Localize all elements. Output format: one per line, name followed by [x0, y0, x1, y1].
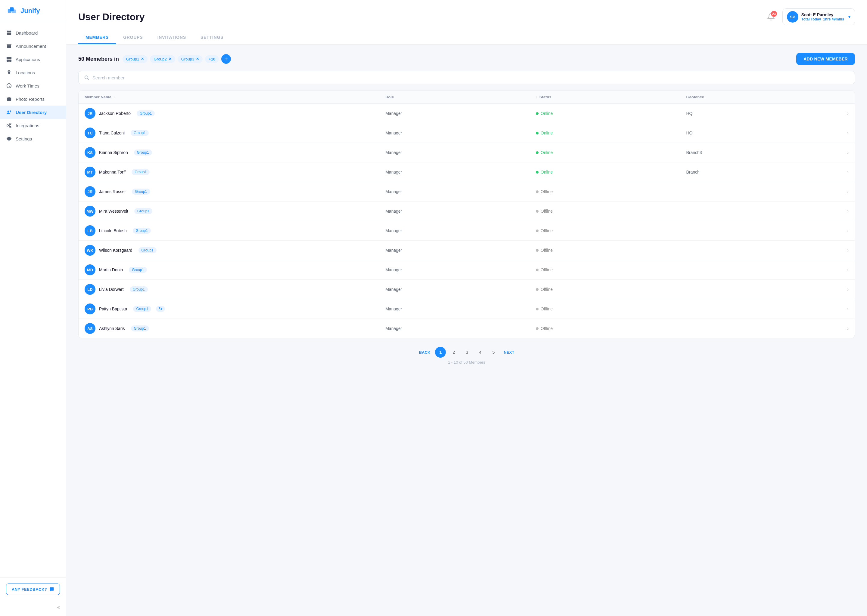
feedback-section: ANY FEEDBACK?: [0, 577, 66, 601]
more-groups-button[interactable]: +10: [205, 55, 219, 63]
row-chevron-icon[interactable]: ›: [837, 267, 849, 272]
table-row[interactable]: KS Kianna Siphron Group1 Manager Online …: [79, 143, 854, 162]
sidebar-item-photo-reports-label: Photo Reports: [16, 97, 44, 102]
row-chevron-icon[interactable]: ›: [837, 111, 849, 116]
announcement-icon: [6, 43, 12, 49]
chevron-down-icon: ▾: [848, 14, 850, 19]
status-dot-icon: [536, 269, 539, 271]
table-body: JR Jackson Roberto Group1 Manager Online…: [79, 104, 854, 338]
sidebar-item-integrations[interactable]: Integrations: [0, 119, 66, 132]
status-cell: Offline: [536, 267, 686, 272]
main-header: User Directory 23 SP Scott E Parmley Tot…: [66, 0, 867, 44]
tab-members[interactable]: MEMBERS: [78, 31, 116, 44]
pagination-next[interactable]: NEXT: [501, 347, 517, 358]
tab-groups[interactable]: GROUPS: [116, 31, 150, 44]
photo-icon: [6, 96, 12, 102]
row-chevron-icon[interactable]: ›: [837, 306, 849, 312]
row-chevron-icon[interactable]: ›: [837, 150, 849, 155]
status-cell: Online: [536, 150, 686, 155]
svg-rect-10: [9, 60, 11, 62]
status-dot-icon: [536, 151, 539, 154]
remove-group3-icon[interactable]: ✕: [196, 57, 199, 61]
row-chevron-icon[interactable]: ›: [837, 248, 849, 253]
svg-rect-8: [9, 57, 11, 59]
group-tag-1[interactable]: Group1 ✕: [123, 55, 148, 63]
sidebar-item-dashboard[interactable]: Dashboard: [0, 26, 66, 39]
table-row[interactable]: JR James Rosser Group1 Manager Offline ›: [79, 182, 854, 201]
row-chevron-icon[interactable]: ›: [837, 326, 849, 331]
svg-rect-7: [6, 57, 9, 59]
sidebar-item-applications-label: Applications: [16, 57, 40, 62]
status-label: Online: [541, 130, 553, 135]
member-name: Lincoln Botosh: [99, 228, 127, 233]
sidebar-item-photo-reports[interactable]: Photo Reports: [0, 92, 66, 105]
table-row[interactable]: TC Tiana Calzoni Group1 Manager Online H…: [79, 123, 854, 143]
table-row[interactable]: AS Ashlynn Saris Group1 Manager Offline …: [79, 319, 854, 338]
row-chevron-icon[interactable]: ›: [837, 209, 849, 214]
role-cell: Manager: [385, 189, 536, 194]
user-card[interactable]: SP Scott E Parmley Total Today 1hrs 49mi…: [782, 8, 855, 25]
member-name: Martin Donin: [99, 267, 123, 272]
feedback-button[interactable]: ANY FEEDBACK?: [6, 583, 60, 595]
notification-bell[interactable]: 23: [765, 10, 777, 24]
member-name: Ashlynn Saris: [99, 326, 125, 331]
time-label: Total Today: [801, 17, 821, 21]
group-tag-3[interactable]: Group3 ✕: [178, 55, 203, 63]
pagination-page-4[interactable]: 4: [475, 347, 486, 358]
settings-icon: [6, 136, 12, 141]
status-dot-icon: [536, 288, 539, 291]
sidebar-item-integrations-label: Integrations: [16, 123, 39, 128]
table-row[interactable]: MD Martin Donin Group1 Manager Offline ›: [79, 260, 854, 280]
group-tag-2[interactable]: Group2 ✕: [150, 55, 175, 63]
sidebar-item-announcement-label: Announcement: [16, 44, 46, 49]
table-row[interactable]: MT Makenna Torff Group1 Manager Online B…: [79, 162, 854, 182]
member-cell: MD Martin Donin Group1: [85, 264, 385, 275]
svg-rect-5: [7, 33, 9, 35]
pagination-page-1[interactable]: 1: [435, 347, 446, 358]
avatar: WK: [85, 245, 95, 256]
sidebar-item-user-directory[interactable]: User Directory: [0, 105, 66, 119]
pagination-page-5[interactable]: 5: [488, 347, 499, 358]
status-dot-icon: [536, 249, 539, 252]
pagination-back[interactable]: BACK: [417, 347, 433, 358]
sidebar-item-settings-label: Settings: [16, 136, 32, 141]
svg-rect-4: [9, 31, 11, 33]
pagination-page-3[interactable]: 3: [462, 347, 472, 358]
status-dot-icon: [536, 112, 539, 115]
pagination-page-2[interactable]: 2: [448, 347, 459, 358]
table-row[interactable]: MW Mira Westervelt Group1 Manager Offlin…: [79, 201, 854, 221]
tab-invitations[interactable]: INVITATIONS: [150, 31, 193, 44]
table-row[interactable]: JR Jackson Roberto Group1 Manager Online…: [79, 104, 854, 123]
add-member-button[interactable]: ADD NEW MEMEBER: [796, 53, 855, 65]
row-chevron-icon[interactable]: ›: [837, 287, 849, 292]
remove-group1-icon[interactable]: ✕: [141, 57, 144, 61]
avatar: LD: [85, 284, 95, 295]
row-chevron-icon[interactable]: ›: [837, 169, 849, 175]
sidebar-item-settings[interactable]: Settings: [0, 132, 66, 145]
table-row[interactable]: LB Lincoln Botosh Group1 Manager Offline…: [79, 221, 854, 240]
table-row[interactable]: LD Livia Dorwart Group1 Manager Offline …: [79, 280, 854, 299]
search-input[interactable]: [92, 75, 849, 80]
remove-group2-icon[interactable]: ✕: [169, 57, 172, 61]
filter-left: 50 Memebers in Group1 ✕ Group2 ✕ Group3 …: [78, 54, 231, 64]
sidebar-item-applications[interactable]: Applications: [0, 53, 66, 66]
table-row[interactable]: PB Paityn Baptista Group1 5+ Manager Off…: [79, 299, 854, 319]
tab-settings[interactable]: SETTINGS: [193, 31, 230, 44]
status-cell: Offline: [536, 228, 686, 233]
row-group-tag: Group1: [134, 208, 152, 214]
collapse-button[interactable]: «: [57, 605, 60, 610]
row-chevron-icon[interactable]: ›: [837, 228, 849, 233]
logo[interactable]: Junify: [0, 0, 66, 21]
table-row[interactable]: WK Wilson Korsgaard Group1 Manager Offli…: [79, 240, 854, 260]
row-chevron-icon[interactable]: ›: [837, 130, 849, 136]
add-group-button[interactable]: +: [221, 54, 231, 64]
avatar: KS: [85, 147, 95, 158]
sidebar-item-locations[interactable]: Locations: [0, 66, 66, 79]
sidebar: Junify Dashboard Announcement Applicatio…: [0, 0, 66, 616]
svg-point-14: [8, 111, 9, 112]
sidebar-item-work-times[interactable]: Work Times: [0, 79, 66, 92]
status-cell: Offline: [536, 189, 686, 194]
row-group-tag: Group1: [139, 247, 156, 253]
sidebar-item-announcement[interactable]: Announcement: [0, 39, 66, 53]
row-chevron-icon[interactable]: ›: [837, 189, 849, 194]
